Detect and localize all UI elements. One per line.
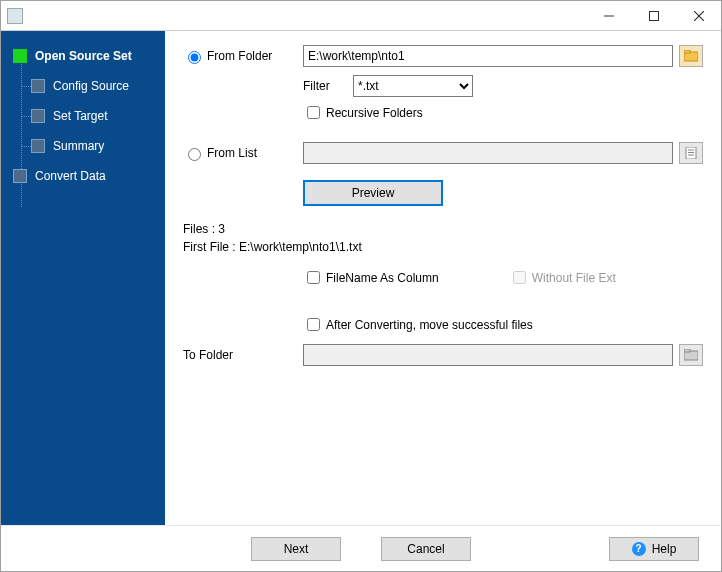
step-box-icon [31, 109, 45, 123]
filter-label: Filter [303, 79, 353, 93]
from-folder-radio-input[interactable] [188, 51, 201, 64]
preview-button[interactable]: Preview [303, 180, 443, 206]
step-box-icon [13, 169, 27, 183]
recursive-checkbox[interactable] [307, 106, 320, 119]
sidebar-item-label: Config Source [53, 79, 129, 93]
cancel-button[interactable]: Cancel [381, 537, 471, 561]
browse-list-button[interactable] [679, 142, 703, 164]
step-box-icon [31, 79, 45, 93]
without-file-ext-input [513, 271, 526, 284]
filename-as-column-checkbox[interactable]: FileName As Column [303, 268, 439, 287]
sidebar-item-summary[interactable]: Summary [1, 131, 165, 161]
maximize-icon [649, 11, 659, 21]
sidebar-item-label: Convert Data [35, 169, 106, 183]
folder-icon [684, 349, 698, 361]
next-button[interactable]: Next [251, 537, 341, 561]
help-button-label: Help [652, 542, 677, 556]
sidebar-item-open-source-set[interactable]: Open Source Set [1, 41, 165, 71]
from-list-radio-input[interactable] [188, 148, 201, 161]
sidebar-item-config-source[interactable]: Config Source [1, 71, 165, 101]
step-box-icon [13, 49, 27, 63]
wizard-footer: Next Cancel ? Help [1, 525, 721, 571]
app-icon [7, 8, 23, 24]
sidebar-item-label: Summary [53, 139, 104, 153]
filter-combo[interactable]: *.txt [353, 75, 473, 97]
to-folder-input [303, 344, 673, 366]
cancel-button-label: Cancel [407, 542, 444, 556]
sidebar-item-label: Set Target [53, 109, 107, 123]
svg-rect-1 [649, 11, 658, 20]
help-icon: ? [632, 542, 646, 556]
filename-as-column-label: FileName As Column [326, 271, 439, 285]
next-button-label: Next [284, 542, 309, 556]
after-convert-checkbox[interactable] [307, 318, 320, 331]
close-button[interactable] [676, 1, 721, 30]
sidebar-item-convert-data[interactable]: Convert Data [1, 161, 165, 191]
browse-folder-button[interactable] [679, 45, 703, 67]
file-icon [685, 147, 697, 159]
without-file-ext-checkbox: Without File Ext [509, 268, 616, 287]
maximize-button[interactable] [631, 1, 676, 30]
list-path-input [303, 142, 673, 164]
wizard-sidebar: Open Source Set Config Source Set Target… [1, 31, 165, 525]
svg-rect-11 [684, 349, 690, 352]
preview-button-label: Preview [352, 186, 395, 200]
without-file-ext-label: Without File Ext [532, 271, 616, 285]
close-icon [694, 11, 704, 21]
browse-to-folder-button[interactable] [679, 344, 703, 366]
from-folder-radio[interactable]: From Folder [183, 48, 303, 64]
wizard-page: From Folder Filter *.txt Recursive Folde… [165, 31, 721, 525]
sidebar-item-set-target[interactable]: Set Target [1, 101, 165, 131]
step-box-icon [31, 139, 45, 153]
wizard-window: Open Source Set Config Source Set Target… [0, 0, 722, 572]
from-list-label: From List [207, 146, 257, 160]
sidebar-item-label: Open Source Set [35, 49, 132, 63]
filename-as-column-input[interactable] [307, 271, 320, 284]
svg-rect-5 [684, 50, 690, 53]
to-folder-label: To Folder [183, 348, 303, 362]
help-button[interactable]: ? Help [609, 537, 699, 561]
folder-icon [684, 50, 698, 62]
folder-path-input[interactable] [303, 45, 673, 67]
minimize-icon [604, 11, 614, 21]
from-list-radio[interactable]: From List [183, 145, 303, 161]
files-count-label: Files : 3 [183, 222, 703, 236]
from-folder-label: From Folder [207, 49, 272, 63]
first-file-label: First File : E:\work\temp\nto1\1.txt [183, 240, 703, 254]
titlebar [1, 1, 721, 31]
after-convert-label: After Converting, move successful files [326, 318, 533, 332]
minimize-button[interactable] [586, 1, 631, 30]
recursive-label: Recursive Folders [326, 106, 423, 120]
